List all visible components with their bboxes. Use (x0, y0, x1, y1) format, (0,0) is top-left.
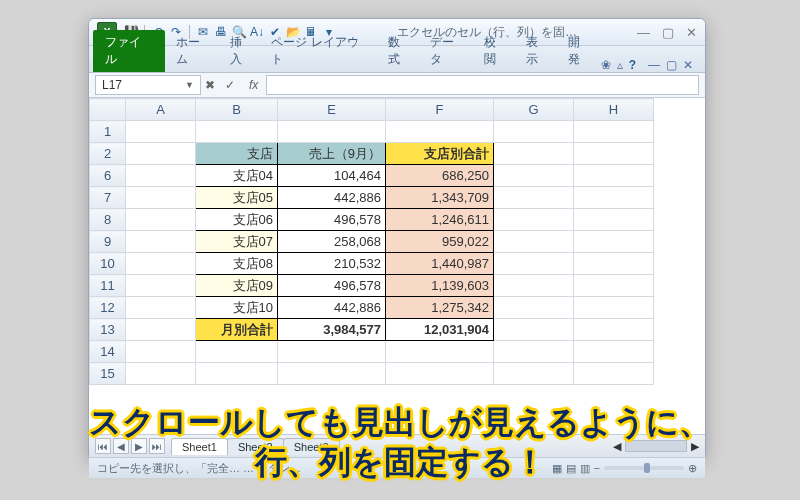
mdi-close-icon[interactable]: ✕ (683, 58, 693, 72)
cell[interactable] (126, 231, 196, 253)
cell[interactable] (494, 121, 574, 143)
row-header[interactable]: 13 (90, 319, 126, 341)
cell[interactable] (278, 121, 386, 143)
header-sales-sep[interactable]: 売上（9月） (278, 143, 386, 165)
cell[interactable] (494, 231, 574, 253)
cell-branch[interactable]: 支店06 (196, 209, 278, 231)
close-icon[interactable]: ✕ (686, 25, 697, 40)
cell[interactable] (386, 121, 494, 143)
cell-branch[interactable]: 支店10 (196, 297, 278, 319)
cell[interactable] (126, 363, 196, 385)
cell[interactable] (126, 121, 196, 143)
cell-sales[interactable]: 442,886 (278, 187, 386, 209)
cell-total[interactable]: 1,343,709 (386, 187, 494, 209)
row-header[interactable]: 7 (90, 187, 126, 209)
cell[interactable] (196, 363, 278, 385)
row-header[interactable]: 15 (90, 363, 126, 385)
cell[interactable] (494, 253, 574, 275)
cell[interactable] (494, 275, 574, 297)
cell[interactable] (574, 319, 654, 341)
tab-home[interactable]: ホーム (167, 30, 221, 72)
help-icon[interactable]: ? (629, 58, 636, 72)
cell-branch[interactable]: 支店04 (196, 165, 278, 187)
cell[interactable] (126, 209, 196, 231)
row-header[interactable]: 2 (90, 143, 126, 165)
cell-monthly-total-sales[interactable]: 3,984,577 (278, 319, 386, 341)
cell[interactable] (386, 363, 494, 385)
mdi-restore-icon[interactable]: ▢ (666, 58, 677, 72)
cell-total[interactable]: 1,440,987 (386, 253, 494, 275)
cell-total[interactable]: 1,139,603 (386, 275, 494, 297)
cell[interactable] (494, 341, 574, 363)
row-header[interactable]: 11 (90, 275, 126, 297)
cell[interactable] (126, 187, 196, 209)
cell[interactable] (574, 297, 654, 319)
cell-sales[interactable]: 210,532 (278, 253, 386, 275)
cell[interactable] (574, 231, 654, 253)
cancel-fx-icon[interactable]: ✖ (205, 78, 221, 92)
cell-branch[interactable]: 支店09 (196, 275, 278, 297)
cell[interactable] (574, 187, 654, 209)
row-header[interactable]: 6 (90, 165, 126, 187)
tab-data[interactable]: データ (421, 30, 475, 72)
formula-input[interactable] (266, 75, 699, 95)
name-box[interactable]: L17 ▼ (95, 75, 201, 95)
cell-monthly-total-branch[interactable]: 12,031,904 (386, 319, 494, 341)
cell[interactable] (494, 143, 574, 165)
cell-sales[interactable]: 104,464 (278, 165, 386, 187)
cell[interactable] (278, 363, 386, 385)
cell[interactable] (278, 341, 386, 363)
cell[interactable] (494, 209, 574, 231)
cell-total[interactable]: 686,250 (386, 165, 494, 187)
cell[interactable] (126, 253, 196, 275)
cell[interactable] (126, 165, 196, 187)
cell-total[interactable]: 1,275,342 (386, 297, 494, 319)
tab-pagelayout[interactable]: ページ レイアウト (262, 30, 379, 72)
cell[interactable] (574, 275, 654, 297)
tab-developer[interactable]: 開発 (559, 30, 601, 72)
ribbon-minimize-icon[interactable]: ▵ (617, 58, 623, 72)
tab-formulas[interactable]: 数式 (379, 30, 421, 72)
select-all-corner[interactable] (90, 99, 126, 121)
row-header[interactable]: 12 (90, 297, 126, 319)
cell[interactable] (574, 253, 654, 275)
cell[interactable] (574, 165, 654, 187)
cell[interactable] (126, 297, 196, 319)
tab-review[interactable]: 校閲 (475, 30, 517, 72)
tab-view[interactable]: 表示 (517, 30, 559, 72)
cell-monthly-total-label[interactable]: 月別合計 (196, 319, 278, 341)
col-header-H[interactable]: H (574, 99, 654, 121)
col-header-A[interactable]: A (126, 99, 196, 121)
col-header-E[interactable]: E (278, 99, 386, 121)
cell-sales[interactable]: 258,068 (278, 231, 386, 253)
chevron-down-icon[interactable]: ▼ (185, 80, 194, 90)
cell[interactable] (196, 121, 278, 143)
fx-icon[interactable]: fx (245, 78, 262, 92)
cell-branch[interactable]: 支店07 (196, 231, 278, 253)
worksheet-grid[interactable]: A B E F G H 1 2 支店 売上（9月） 支店別合計 (89, 98, 705, 434)
row-header[interactable]: 8 (90, 209, 126, 231)
enter-fx-icon[interactable]: ✓ (225, 78, 241, 92)
row-header[interactable]: 9 (90, 231, 126, 253)
mdi-minimize-icon[interactable]: ― (648, 58, 660, 72)
file-tab[interactable]: ファイル (93, 30, 165, 72)
cell[interactable] (126, 275, 196, 297)
col-header-B[interactable]: B (196, 99, 278, 121)
cell-sales[interactable]: 496,578 (278, 275, 386, 297)
cell[interactable] (574, 143, 654, 165)
cell[interactable] (126, 341, 196, 363)
cell-total[interactable]: 1,246,611 (386, 209, 494, 231)
cell[interactable] (196, 341, 278, 363)
cell[interactable] (494, 187, 574, 209)
col-header-G[interactable]: G (494, 99, 574, 121)
cell-branch[interactable]: 支店05 (196, 187, 278, 209)
col-header-F[interactable]: F (386, 99, 494, 121)
cell[interactable] (494, 363, 574, 385)
cell[interactable] (126, 319, 196, 341)
row-header[interactable]: 14 (90, 341, 126, 363)
cell[interactable] (494, 319, 574, 341)
row-header[interactable]: 10 (90, 253, 126, 275)
row-header[interactable]: 1 (90, 121, 126, 143)
cell-branch[interactable]: 支店08 (196, 253, 278, 275)
cell-sales[interactable]: 496,578 (278, 209, 386, 231)
